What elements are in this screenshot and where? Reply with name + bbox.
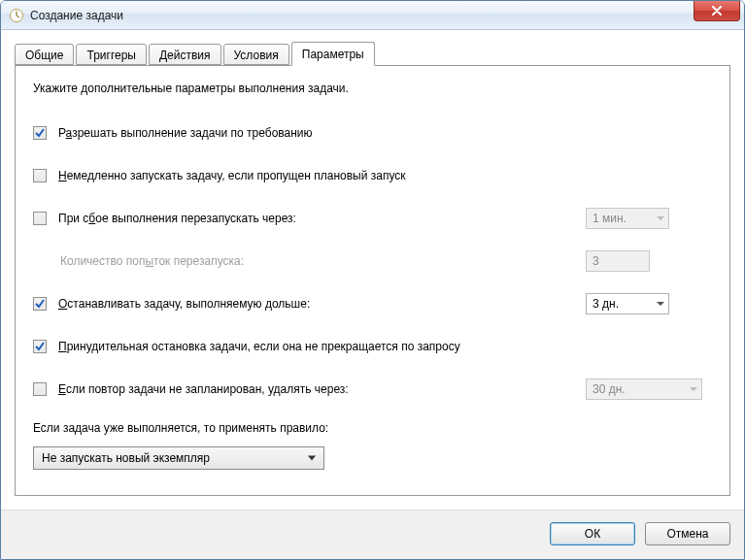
label-restart-count: Количество попыток перезапуска: (60, 254, 586, 268)
content-area: Общие Триггеры Действия Условия Параметр… (1, 30, 744, 510)
input-restart-count-value: 3 (593, 254, 599, 268)
label-force-stop[interactable]: Принудительная остановка задачи, если он… (58, 340, 712, 353)
label-restart-on-fail[interactable]: При сбое выполнения перезапускать через: (58, 212, 586, 225)
combo-stop-duration-value: 3 дн. (593, 297, 619, 311)
combo-rule-value: Не запускать новый экземпляр (42, 451, 210, 465)
combo-restart-interval: 1 мин. (586, 208, 669, 229)
label-run-asap[interactable]: Немедленно запускать задачу, если пропущ… (58, 169, 712, 182)
chevron-down-icon (690, 387, 697, 391)
combo-rule[interactable]: Не запускать новый экземпляр (33, 446, 324, 470)
titlebar[interactable]: Создание задачи (1, 1, 744, 30)
tab-settings[interactable]: Параметры (291, 42, 375, 66)
row-force-stop: Принудительная остановка задачи, если он… (33, 336, 712, 357)
tab-triggers[interactable]: Триггеры (76, 44, 147, 65)
app-icon (9, 8, 24, 23)
checkbox-run-asap[interactable] (33, 169, 47, 182)
window-title: Создание задачи (30, 9, 123, 22)
combo-delete-duration: 30 дн. (586, 379, 702, 400)
label-rule: Если задача уже выполняется, то применят… (33, 421, 712, 435)
chevron-down-icon (308, 456, 316, 461)
combo-restart-interval-value: 1 мин. (593, 212, 626, 225)
row-restart-on-fail: При сбое выполнения перезапускать через:… (33, 208, 712, 229)
input-restart-count: 3 (586, 250, 650, 272)
row-stop-longer: Останавливать задачу, выполняемую дольше… (33, 293, 712, 314)
tabstrip: Общие Триггеры Действия Условия Параметр… (15, 42, 730, 66)
checkbox-restart-on-fail[interactable] (33, 212, 47, 225)
checkbox-force-stop[interactable] (33, 340, 47, 353)
label-delete-after[interactable]: Если повтор задачи не запланирован, удал… (58, 382, 586, 396)
checkbox-allow-on-demand[interactable] (33, 126, 47, 140)
cancel-button[interactable]: Отмена (645, 522, 730, 545)
ok-button[interactable]: ОК (550, 522, 635, 545)
combo-delete-duration-value: 30 дн. (593, 382, 626, 396)
dialog-footer: ОК Отмена (1, 510, 744, 559)
label-stop-longer[interactable]: Останавливать задачу, выполняемую дольше… (58, 297, 586, 311)
combo-stop-duration[interactable]: 3 дн. (586, 293, 669, 314)
checkbox-stop-longer[interactable] (33, 297, 47, 311)
tab-actions[interactable]: Действия (149, 44, 221, 65)
chevron-down-icon (657, 302, 664, 306)
dialog-window: Создание задачи Общие Триггеры Действия … (0, 0, 745, 560)
row-restart-count: Количество попыток перезапуска: 3 (60, 250, 712, 272)
checkbox-delete-after[interactable] (33, 382, 47, 396)
chevron-down-icon (657, 216, 664, 220)
label-allow-on-demand[interactable]: Разрешать выполнение задачи по требовани… (58, 126, 712, 140)
tab-panel-settings: Укажите дополнительные параметры выполне… (15, 65, 730, 496)
row-delete-after: Если повтор задачи не запланирован, удал… (33, 379, 712, 400)
close-button[interactable] (694, 1, 740, 21)
tab-conditions[interactable]: Условия (223, 44, 289, 65)
row-run-asap: Немедленно запускать задачу, если пропущ… (33, 165, 712, 186)
row-allow-on-demand: Разрешать выполнение задачи по требовани… (33, 122, 712, 144)
instruction-text: Укажите дополнительные параметры выполне… (33, 82, 712, 95)
tab-general[interactable]: Общие (15, 44, 74, 65)
